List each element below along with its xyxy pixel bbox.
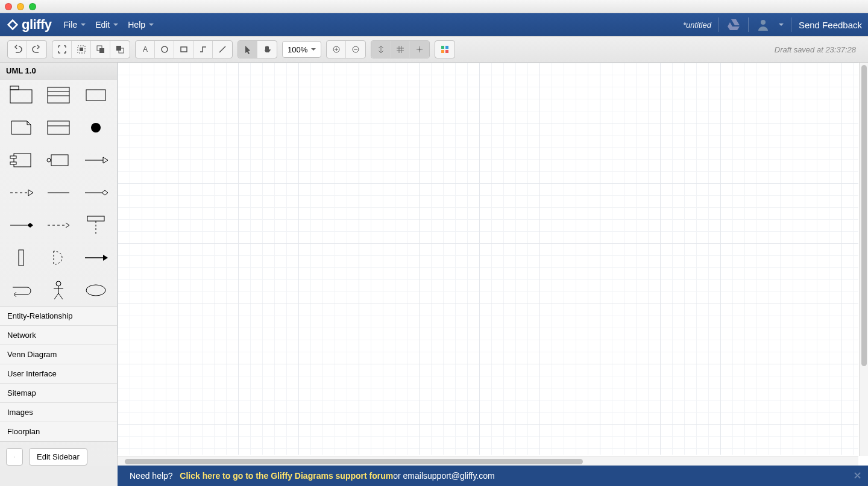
- redo-button[interactable]: [27, 41, 46, 58]
- user-icon[interactable]: [756, 17, 770, 32]
- shape-interface-icon[interactable]: [42, 148, 75, 172]
- svg-point-26: [91, 123, 101, 132]
- shape-actor-icon[interactable]: [42, 278, 75, 302]
- shape-diamond-arrow-icon[interactable]: [80, 181, 112, 205]
- shape-dashed-round-icon[interactable]: [42, 246, 75, 270]
- scroll-thumb[interactable]: [861, 65, 867, 366]
- svg-rect-6: [116, 46, 121, 51]
- separator: [791, 17, 791, 32]
- app-logo: gliffy: [6, 17, 52, 33]
- shape-titled-rect-icon[interactable]: [42, 116, 75, 140]
- window-minimize-dot[interactable]: [17, 3, 24, 10]
- svg-rect-23: [86, 90, 105, 101]
- pan-tool[interactable]: [257, 41, 277, 58]
- mac-titlebar: [0, 0, 868, 13]
- sidebar-footer: Edit Sidebar: [0, 441, 117, 472]
- theme-group: [435, 40, 455, 58]
- shape-frame-icon[interactable]: [42, 83, 75, 107]
- back-button[interactable]: [110, 41, 130, 58]
- shape-return-icon[interactable]: [5, 278, 37, 302]
- undo-redo-group: [7, 40, 47, 58]
- sidebar-category[interactable]: Entity-Relationship: [0, 307, 117, 326]
- circle-tool[interactable]: [155, 41, 174, 58]
- chevron-down-icon: [779, 23, 784, 26]
- front-button[interactable]: [91, 41, 110, 58]
- menu-help-label: Help: [128, 20, 145, 30]
- sidebar-category[interactable]: Images: [0, 403, 117, 422]
- snap-grid-button[interactable]: [410, 41, 429, 58]
- vertical-scrollbar[interactable]: [859, 63, 868, 456]
- edit-sidebar-button[interactable]: Edit Sidebar: [29, 448, 87, 466]
- menu-file-label: File: [64, 20, 78, 30]
- shape-dashed-open-arrow-icon[interactable]: [5, 181, 37, 205]
- horizontal-scrollbar[interactable]: [118, 456, 858, 466]
- arrange-group: [52, 40, 130, 58]
- svg-point-43: [56, 281, 61, 286]
- connector-tool[interactable]: [193, 41, 213, 58]
- shape-line-icon[interactable]: [42, 181, 75, 205]
- shape-ellipse-icon[interactable]: [80, 278, 112, 302]
- sidebar-category[interactable]: Venn Diagram: [0, 345, 117, 364]
- menu-help[interactable]: Help: [123, 17, 159, 32]
- shape-arrow-icon[interactable]: [80, 246, 112, 270]
- fit-button[interactable]: [52, 41, 72, 58]
- svg-rect-15: [445, 46, 448, 49]
- shape-component-icon[interactable]: [5, 148, 37, 172]
- shape-open-arrow-icon[interactable]: [80, 148, 112, 172]
- group-button[interactable]: [72, 41, 91, 58]
- line-tool[interactable]: [213, 41, 232, 58]
- sidebar-category[interactable]: Floorplan: [0, 422, 117, 441]
- scroll-thumb[interactable]: [125, 459, 583, 464]
- pointer-tool[interactable]: [238, 41, 257, 58]
- gliffy-logo-icon: [6, 18, 19, 31]
- zoom-in-button[interactable]: [327, 41, 346, 58]
- send-feedback-link[interactable]: Send Feedback: [799, 20, 862, 30]
- window-close-dot[interactable]: [5, 3, 12, 10]
- svg-point-13: [419, 49, 421, 51]
- email-pre-text: or email: [393, 471, 423, 481]
- svg-rect-30: [51, 155, 68, 166]
- svg-rect-16: [441, 50, 444, 53]
- support-forum-link[interactable]: Click here to go to the Gliffy Diagrams …: [180, 471, 393, 481]
- svg-rect-39: [87, 216, 104, 221]
- close-icon[interactable]: ✕: [853, 469, 862, 482]
- svg-rect-14: [441, 46, 444, 49]
- separator: [719, 17, 719, 32]
- sidebar: UML 1.0 Entity-RelationshipNetworkVenn: [0, 63, 118, 466]
- svg-point-8: [162, 46, 168, 52]
- collapse-sidebar-button[interactable]: [6, 448, 23, 466]
- canvas[interactable]: ABCDEF: [118, 63, 868, 466]
- toolbar: A 100% Draft saved at 23:37:28: [0, 36, 868, 63]
- shape-dashed-arrow-icon[interactable]: [42, 213, 75, 237]
- shape-package-icon[interactable]: [5, 83, 37, 107]
- google-drive-icon[interactable]: [726, 17, 741, 32]
- theme-button[interactable]: [435, 41, 454, 58]
- shape-rect-icon[interactable]: [80, 83, 112, 107]
- shape-filled-diamond-icon[interactable]: [5, 213, 37, 237]
- text-tool[interactable]: A: [136, 41, 155, 58]
- undo-button[interactable]: [8, 41, 27, 58]
- svg-rect-17: [445, 50, 448, 53]
- snap-guides-button[interactable]: [371, 41, 391, 58]
- zoom-out-button[interactable]: [346, 41, 365, 58]
- menu-file[interactable]: File: [59, 17, 91, 32]
- diagram: ABCDEF: [118, 63, 298, 153]
- shape-final-icon[interactable]: [80, 116, 112, 140]
- rect-tool[interactable]: [174, 41, 193, 58]
- menu-edit[interactable]: Edit: [90, 17, 123, 32]
- zoom-buttons: [326, 40, 366, 58]
- shape-activation-icon[interactable]: [5, 246, 37, 270]
- grid-button[interactable]: [391, 41, 410, 58]
- zoom-select[interactable]: 100%: [282, 41, 321, 58]
- sidebar-library-header[interactable]: UML 1.0: [0, 63, 117, 79]
- shape-lifeline-icon[interactable]: [80, 213, 112, 237]
- sidebar-category[interactable]: Sitemap: [0, 384, 117, 403]
- sidebar-category[interactable]: User Interface: [0, 364, 117, 384]
- svg-text:A: A: [142, 45, 147, 54]
- sidebar-category[interactable]: Network: [0, 326, 117, 345]
- shape-note-icon[interactable]: [5, 116, 37, 140]
- window-maximize-dot[interactable]: [29, 3, 36, 10]
- svg-point-48: [86, 285, 105, 296]
- help-footer: Need help? Click here to go to the Gliff…: [118, 466, 868, 486]
- svg-line-47: [58, 293, 63, 299]
